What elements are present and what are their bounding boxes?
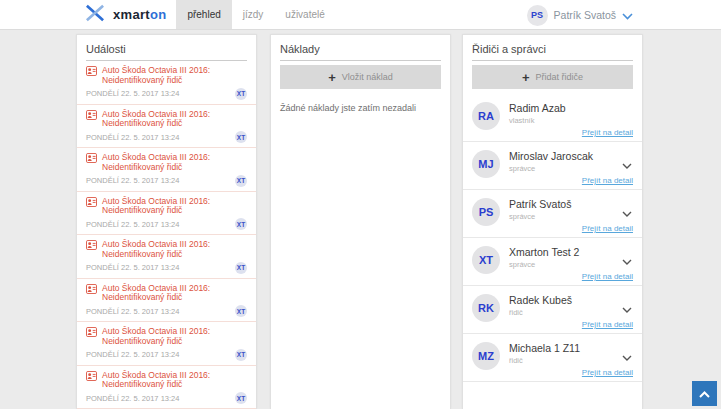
vehicle-badge: XT — [235, 131, 247, 143]
event-date: PONDĚLÍ 22. 5. 2017 13:24 — [86, 176, 179, 185]
event-row[interactable]: Auto Škoda Octavia III 2016: Neidentifik… — [77, 279, 256, 323]
driver-avatar: RA — [472, 102, 500, 130]
unidentified-driver-icon — [86, 327, 97, 340]
nav-tab[interactable]: uživatelé — [274, 0, 335, 29]
event-title: Auto Škoda Octavia III 2016: Neidentifik… — [86, 240, 247, 260]
chevron-up-icon — [699, 386, 710, 401]
event-meta: PONDĚLÍ 22. 5. 2017 13:24 XT — [86, 305, 247, 317]
event-meta: PONDĚLÍ 22. 5. 2017 13:24 XT — [86, 175, 247, 187]
xmarton-logo-icon — [84, 4, 106, 26]
user-name: Patrík Svatoš — [554, 9, 616, 21]
event-date: PONDĚLÍ 22. 5. 2017 13:24 — [86, 133, 179, 142]
unidentified-driver-icon — [86, 371, 97, 384]
event-date: PONDĚLÍ 22. 5. 2017 13:24 — [86, 89, 179, 98]
drivers-panel: Řidiči a správci + Přidat řidiče RA Radi… — [462, 34, 643, 409]
plus-icon: + — [328, 71, 336, 84]
add-cost-button[interactable]: + Vložit náklad — [280, 65, 441, 89]
event-title-text: Auto Škoda Octavia III 2016: Neidentifik… — [102, 197, 247, 217]
event-row[interactable]: Auto Škoda Octavia III 2016: Neidentifik… — [77, 105, 256, 149]
event-title-text: Auto Škoda Octavia III 2016: Neidentifik… — [102, 153, 247, 173]
vehicle-badge: XT — [235, 305, 247, 317]
event-title-text: Auto Škoda Octavia III 2016: Neidentifik… — [102, 110, 247, 130]
event-title-text: Auto Škoda Octavia III 2016: Neidentifik… — [102, 371, 247, 391]
unidentified-driver-icon — [86, 284, 97, 297]
scroll-to-top-button[interactable] — [692, 381, 717, 406]
events-panel-title: Události — [86, 43, 247, 61]
event-row[interactable]: Auto Škoda Octavia III 2016: Neidentifik… — [77, 148, 256, 192]
event-date: PONDĚLÍ 22. 5. 2017 13:24 — [86, 350, 179, 359]
user-avatar: PS — [527, 5, 548, 26]
event-title: Auto Škoda Octavia III 2016: Neidentifik… — [86, 110, 247, 130]
driver-avatar: PS — [472, 198, 500, 226]
event-title: Auto Škoda Octavia III 2016: Neidentifik… — [86, 66, 247, 86]
logo-wordmark: xmarton — [113, 7, 166, 22]
costs-empty-text: Žádné náklady jste zatím nezadali — [280, 103, 441, 113]
event-meta: PONDĚLÍ 22. 5. 2017 13:24 XT — [86, 131, 247, 143]
driver-detail-link[interactable]: Přejít na detail — [472, 272, 633, 281]
vehicle-badge: XT — [235, 175, 247, 187]
user-menu[interactable]: PS Patrík Svatoš — [527, 0, 633, 30]
event-row[interactable]: Auto Škoda Octavia III 2016: Neidentifik… — [77, 192, 256, 236]
event-title-text: Auto Škoda Octavia III 2016: Neidentifik… — [102, 240, 247, 260]
costs-panel-title: Náklady — [280, 43, 441, 61]
driver-detail-link[interactable]: Přejít na detail — [472, 128, 633, 137]
driver-detail-link[interactable]: Přejít na detail — [472, 368, 633, 377]
event-title: Auto Škoda Octavia III 2016: Neidentifik… — [86, 327, 247, 347]
nav-tabs: přehled jízdy uživatelé — [176, 0, 335, 29]
event-title-text: Auto Škoda Octavia III 2016: Neidentifik… — [102, 284, 247, 304]
unidentified-driver-icon — [86, 240, 97, 253]
vehicle-badge: XT — [235, 218, 247, 230]
chevron-down-icon[interactable] — [622, 251, 632, 269]
event-date: PONDĚLÍ 22. 5. 2017 13:24 — [86, 394, 179, 403]
driver-row: RK Radek Kubeš řidič Přejít na detail — [463, 286, 642, 334]
nav-tab[interactable]: jízdy — [232, 0, 275, 29]
dashboard-page: xmarton přehled jízdy uživatelé PS Patrí… — [0, 0, 721, 409]
driver-row: PS Patrík Svatoš správce Přejít na detai… — [463, 190, 642, 238]
driver-row: MJ Miroslav Jaroscak správce Přejít na d… — [463, 142, 642, 190]
vehicle-badge: XT — [235, 262, 247, 274]
event-date: PONDĚLÍ 22. 5. 2017 13:24 — [86, 307, 179, 316]
driver-row: XT Xmarton Test 2 správce Přejít na deta… — [463, 238, 642, 286]
event-meta: PONDĚLÍ 22. 5. 2017 13:24 XT — [86, 392, 247, 404]
unidentified-driver-icon — [86, 110, 97, 123]
event-row[interactable]: Auto Škoda Octavia III 2016: Neidentifik… — [77, 366, 256, 409]
event-row[interactable]: Auto Škoda Octavia III 2016: Neidentifik… — [77, 61, 256, 105]
chevron-down-icon[interactable] — [622, 155, 632, 173]
event-title: Auto Škoda Octavia III 2016: Neidentifik… — [86, 371, 247, 391]
chevron-down-icon[interactable] — [622, 347, 632, 365]
chevron-down-icon[interactable] — [622, 299, 632, 317]
nav-tab[interactable]: přehled — [176, 0, 231, 29]
event-title: Auto Škoda Octavia III 2016: Neidentifik… — [86, 153, 247, 173]
vehicle-badge: XT — [235, 349, 247, 361]
event-row[interactable]: Auto Škoda Octavia III 2016: Neidentifik… — [77, 235, 256, 279]
event-date: PONDĚLÍ 22. 5. 2017 13:24 — [86, 220, 179, 229]
plus-icon: + — [522, 71, 530, 84]
driver-avatar: MJ — [472, 150, 500, 178]
chevron-down-icon[interactable] — [622, 203, 632, 221]
drivers-panel-title: Řidiči a správci — [472, 43, 633, 61]
driver-avatar: XT — [472, 246, 500, 274]
drivers-list: RA Radim Azab vlastník Přejít na detail … — [463, 94, 642, 382]
event-date: PONDĚLÍ 22. 5. 2017 13:24 — [86, 263, 179, 272]
event-title-text: Auto Škoda Octavia III 2016: Neidentifik… — [102, 66, 247, 86]
event-title: Auto Škoda Octavia III 2016: Neidentifik… — [86, 197, 247, 217]
event-meta: PONDĚLÍ 22. 5. 2017 13:24 XT — [86, 88, 247, 100]
driver-row: MZ Michaela 1 Z11 řidič Přejít na detail — [463, 334, 642, 382]
unidentified-driver-icon — [86, 197, 97, 210]
event-meta: PONDĚLÍ 22. 5. 2017 13:24 XT — [86, 262, 247, 274]
driver-detail-link[interactable]: Přejít na detail — [472, 176, 633, 185]
event-meta: PONDĚLÍ 22. 5. 2017 13:24 XT — [86, 218, 247, 230]
driver-avatar: MZ — [472, 342, 500, 370]
vehicle-badge: XT — [235, 88, 247, 100]
add-driver-button[interactable]: + Přidat řidiče — [472, 65, 633, 89]
unidentified-driver-icon — [86, 66, 97, 79]
events-panel: Události A — [76, 34, 257, 409]
event-title-text: Auto Škoda Octavia III 2016: Neidentifik… — [102, 327, 247, 347]
xmarton-logo[interactable]: xmarton — [0, 0, 166, 29]
driver-detail-link[interactable]: Přejít na detail — [472, 320, 633, 329]
event-row[interactable]: Auto Škoda Octavia III 2016: Neidentifik… — [77, 322, 256, 366]
driver-detail-link[interactable]: Přejít na detail — [472, 224, 633, 233]
event-title: Auto Škoda Octavia III 2016: Neidentifik… — [86, 284, 247, 304]
top-nav: xmarton přehled jízdy uživatelé PS Patrí… — [0, 0, 721, 30]
events-list: Auto Škoda Octavia III 2016: Neidentifik… — [77, 61, 256, 409]
